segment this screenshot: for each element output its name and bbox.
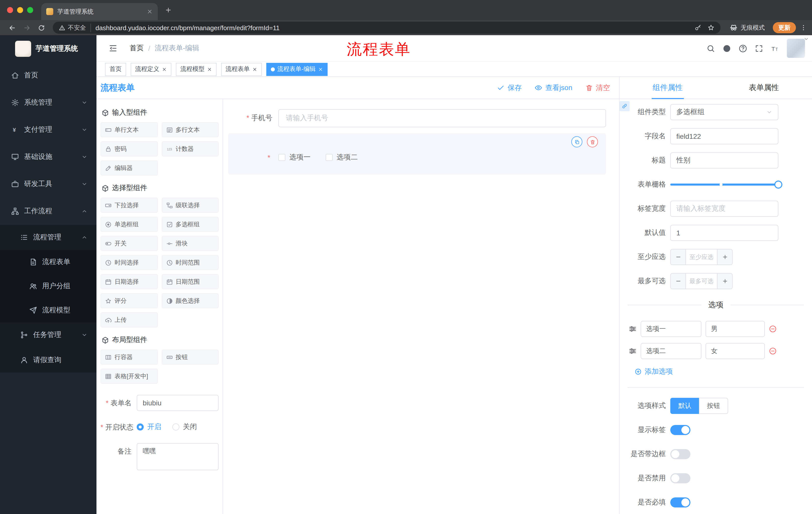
tag-close-icon[interactable] — [207, 66, 212, 72]
palette-component-item[interactable]: 单行文本 — [100, 122, 157, 137]
security-indicator[interactable]: 不安全 — [59, 23, 91, 32]
palette-component-item[interactable]: 评分 — [100, 293, 157, 308]
bookmark-star-icon[interactable] — [707, 24, 715, 31]
option-value-input[interactable]: 男 — [705, 321, 765, 337]
tag-process-definition[interactable]: 流程定义 — [130, 63, 171, 76]
palette-component-item[interactable]: 表格[开发中] — [100, 369, 157, 384]
palette-component-item[interactable]: 时间范围 — [162, 255, 219, 270]
link-badge[interactable] — [619, 101, 630, 111]
search-icon[interactable] — [706, 44, 715, 53]
browser-update-button[interactable]: 更新 — [773, 22, 796, 33]
default-value-input[interactable]: 1 — [670, 225, 778, 241]
add-option-button[interactable]: 添加选项 — [635, 367, 812, 376]
checkbox-box[interactable] — [279, 154, 285, 161]
phone-input[interactable]: 请输入手机号 — [279, 109, 606, 127]
min-select-stepper[interactable]: 至少应选 — [670, 249, 733, 265]
palette-component-item[interactable]: 行容器 — [100, 350, 157, 364]
breadcrumb-home[interactable]: 首页 — [129, 44, 144, 53]
component-type-select[interactable]: 多选框组 — [670, 104, 778, 120]
palette-component-item[interactable]: 多选框组 — [162, 217, 219, 232]
slider-handle[interactable] — [774, 181, 782, 189]
sidebar-item-system[interactable]: 系统管理 — [0, 89, 96, 116]
palette-component-item[interactable]: 编辑器 — [100, 160, 157, 175]
avatar[interactable] — [787, 39, 805, 58]
tag-close-icon[interactable] — [162, 66, 167, 72]
tag-process-model[interactable]: 流程模型 — [176, 63, 216, 76]
stepper-increase-button[interactable] — [717, 249, 732, 265]
show-label-switch[interactable] — [670, 425, 690, 435]
palette-component-item[interactable]: 开关 — [100, 236, 157, 251]
grid-slider[interactable] — [670, 177, 778, 193]
min-select-input[interactable]: 至少应选 — [686, 249, 717, 265]
palette-component-item[interactable]: 123 计数器 — [162, 141, 219, 156]
sidebar-item-user-group[interactable]: 用户分组 — [0, 274, 96, 298]
tag-home[interactable]: 首页 — [105, 63, 126, 76]
sidebar-item-process-model[interactable]: 流程模型 — [0, 298, 96, 322]
form-canvas[interactable]: 手机号 请输入手机号 — [223, 99, 619, 514]
tag-process-form[interactable]: 流程表单 — [221, 63, 262, 76]
tab-close-icon[interactable] — [147, 8, 153, 15]
new-tab-button[interactable] — [165, 6, 172, 13]
status-radio-off[interactable]: 关闭 — [172, 423, 197, 432]
password-key-icon[interactable] — [694, 24, 701, 31]
canvas-field-gender[interactable]: 选项一 选项二 — [228, 133, 606, 174]
label-width-input[interactable]: 请输入标签宽度 — [670, 201, 778, 217]
avatar-caret-icon[interactable] — [804, 36, 809, 42]
palette-component-item[interactable]: 按钮 — [162, 350, 219, 364]
palette-component-item[interactable]: 下拉选择 — [100, 198, 157, 213]
form-name-input[interactable]: biubiu — [137, 395, 219, 411]
sidebar-item-leave-query[interactable]: 请假查询 — [0, 348, 96, 373]
palette-component-item[interactable]: 多行文本 — [162, 122, 219, 137]
field-name-input[interactable]: field122 — [670, 128, 778, 144]
palette-component-item[interactable]: 颜色选择 — [162, 293, 219, 308]
sidebar-item-process-form[interactable]: 流程表单 — [0, 250, 96, 274]
style-button-button[interactable]: 按钮 — [699, 398, 728, 414]
style-default-button[interactable]: 默认 — [670, 398, 699, 414]
tag-process-form-edit[interactable]: 流程表单-编辑 — [266, 63, 328, 76]
tab-component-props[interactable]: 组件属性 — [619, 77, 716, 99]
tag-close-icon[interactable] — [252, 66, 257, 72]
tag-close-icon[interactable] — [318, 66, 323, 72]
copy-widget-button[interactable] — [571, 136, 582, 147]
checkbox-box[interactable] — [326, 154, 332, 161]
palette-component-item[interactable]: 上传 — [100, 312, 157, 327]
remove-option-icon[interactable] — [769, 325, 777, 333]
status-radio-on[interactable]: 开启 — [137, 423, 161, 432]
slider-track[interactable] — [670, 184, 778, 186]
form-remark-textarea[interactable]: 嘿嘿 — [137, 443, 219, 470]
view-json-button[interactable]: 查看json — [535, 83, 572, 92]
maximize-window-button[interactable] — [27, 7, 33, 13]
option-name-input[interactable]: 选项一 — [641, 321, 701, 337]
reload-button[interactable] — [38, 24, 45, 31]
gender-option-2-checkbox[interactable]: 选项二 — [326, 153, 358, 162]
option-value-input[interactable]: 女 — [705, 343, 765, 359]
sidebar-item-payment[interactable]: ¥ 支付管理 — [0, 116, 96, 143]
forward-button[interactable] — [23, 24, 31, 31]
sidebar-item-process-mgmt[interactable]: 流程管理 — [0, 225, 96, 250]
address-bar[interactable]: 不安全 dashboard.yudao.iocoder.cn/bpm/manag… — [53, 22, 721, 34]
sidebar-item-workflow[interactable]: 工作流程 — [0, 198, 96, 225]
max-select-input[interactable]: 最多可选 — [686, 274, 717, 289]
palette-component-item[interactable]: 单选框组 — [100, 217, 157, 232]
option-name-input[interactable]: 选项二 — [641, 343, 701, 359]
remove-option-icon[interactable] — [769, 347, 777, 355]
clear-button[interactable]: 清空 — [585, 83, 610, 92]
back-button[interactable] — [8, 24, 16, 31]
palette-component-item[interactable]: 滑块 — [162, 236, 219, 251]
stepper-decrease-button[interactable] — [671, 249, 686, 265]
sidebar-item-home[interactable]: 首页 — [0, 62, 96, 89]
help-icon[interactable] — [738, 44, 747, 53]
sidebar-item-task-mgmt[interactable]: 任务管理 — [0, 322, 96, 348]
border-switch[interactable] — [670, 449, 690, 459]
required-switch[interactable] — [670, 497, 690, 508]
font-size-icon[interactable]: TT — [771, 44, 779, 53]
title-input[interactable]: 性别 — [670, 153, 778, 168]
github-icon[interactable] — [723, 44, 731, 53]
stepper-increase-button[interactable] — [717, 274, 732, 289]
canvas-field-phone[interactable]: 手机号 请输入手机号 — [228, 109, 606, 127]
option-drag-icon[interactable] — [629, 325, 637, 333]
minimize-window-button[interactable] — [17, 7, 23, 13]
sidebar-item-devtools[interactable]: 研发工具 — [0, 170, 96, 198]
palette-component-item[interactable]: 日期范围 — [162, 274, 219, 289]
stepper-decrease-button[interactable] — [671, 274, 686, 289]
